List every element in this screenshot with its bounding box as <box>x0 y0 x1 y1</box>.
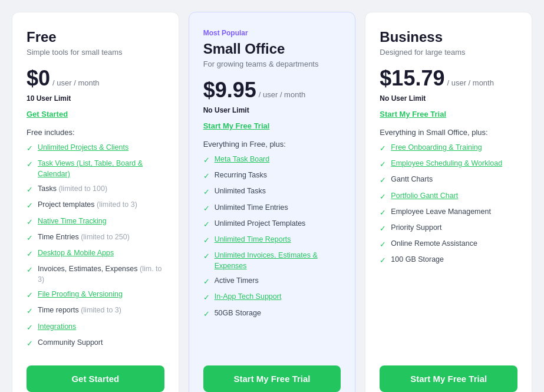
feature-list: ✓ Meta Task Board ✓ Recurring Tasks ✓ Un… <box>203 154 341 354</box>
feature-text: Task Views (List, Table, Board & Calenda… <box>38 159 164 179</box>
user-limit: No User Limit <box>380 94 517 103</box>
feature-item: ✓ Active Timers <box>203 276 341 287</box>
check-icon: ✓ <box>27 306 33 317</box>
check-icon: ✓ <box>380 223 386 234</box>
check-icon: ✓ <box>203 276 210 287</box>
feature-text: Meta Task Board <box>215 154 270 165</box>
feature-link-text[interactable]: Free Onboarding & Training <box>391 143 482 151</box>
check-icon: ✓ <box>27 338 33 349</box>
feature-item: ✓ Unlimited Project Templates <box>203 219 341 230</box>
feature-item: ✓ Desktop & Mobile Apps <box>27 248 164 259</box>
check-icon: ✓ <box>27 233 33 243</box>
check-icon: ✓ <box>27 249 33 259</box>
feature-link-text[interactable]: Unlimited Projects & Clients <box>38 143 128 151</box>
feature-item: ✓ Unlimited Time Entries <box>203 203 341 214</box>
check-icon: ✓ <box>27 185 33 195</box>
feature-item: ✓ Time reports (limited to 3) <box>27 305 164 317</box>
plan-cta-link[interactable]: Start My Free Trial <box>203 121 341 130</box>
check-icon: ✓ <box>27 217 33 228</box>
feature-item: ✓ In-App Tech Support <box>203 292 341 303</box>
feature-item: ✓ Time Entries (limited to 250) <box>27 232 164 243</box>
feature-item: ✓ Priority Support <box>380 223 517 234</box>
check-icon: ✓ <box>203 251 210 262</box>
check-icon: ✓ <box>27 159 33 170</box>
feature-item: ✓ Project templates (limited to 3) <box>27 200 164 211</box>
check-icon: ✓ <box>203 187 210 197</box>
check-icon: ✓ <box>203 171 210 182</box>
plan-price-row: $15.79 / user / month <box>380 66 517 91</box>
feature-text: Unlimited Invoices, Estimates & Expenses <box>215 251 341 271</box>
plan-card-business: BusinessDesigned for large teams $15.79 … <box>365 12 532 392</box>
feature-text: Unlimited Tasks <box>215 186 266 197</box>
feature-item: ✓ Recurring Tasks <box>203 170 341 182</box>
feature-item: ✓ Native Time Tracking <box>27 216 164 228</box>
pricing-container: FreeSimple tools for small teams $0 / us… <box>12 12 532 392</box>
user-limit: No User Limit <box>203 106 341 114</box>
feature-link-text[interactable]: Desktop & Mobile Apps <box>38 249 114 257</box>
plan-card-small-office: Most PopularSmall OfficeFor growing team… <box>189 12 356 392</box>
check-icon: ✓ <box>380 239 386 250</box>
feature-link-text[interactable]: File Proofing & Versioning <box>38 290 123 298</box>
feature-link-text[interactable]: Meta Task Board <box>215 155 270 163</box>
check-icon: ✓ <box>203 292 210 303</box>
cta-button[interactable]: Get Started <box>27 365 164 392</box>
feature-text: 100 GB Storage <box>391 255 444 265</box>
feature-text: Integrations <box>38 322 76 332</box>
feature-muted-text: (limited to 3) <box>95 200 137 209</box>
plan-tagline: For growing teams & departments <box>203 60 341 68</box>
feature-item: ✓ Portfolio Gantt Chart <box>380 191 517 202</box>
feature-link-text[interactable]: Unlimited Time Reports <box>215 235 291 243</box>
feature-item: ✓ Employee Scheduling & Workload <box>380 159 517 170</box>
feature-item: ✓ Community Support <box>27 338 164 349</box>
feature-text: Portfolio Gantt Chart <box>391 191 458 202</box>
feature-item: ✓ Unlimited Tasks <box>203 186 341 197</box>
feature-item: ✓ Invoices, Estimates, Expenses (lim. to… <box>27 264 164 285</box>
feature-link-text[interactable]: Integrations <box>38 322 76 331</box>
feature-item: ✓ Tasks (limited to 100) <box>27 184 164 195</box>
feature-text: Recurring Tasks <box>215 170 267 181</box>
feature-link-text[interactable]: Task Views (List, Table, Board & Calenda… <box>38 159 143 178</box>
check-icon: ✓ <box>380 175 386 186</box>
check-icon: ✓ <box>380 192 386 202</box>
feature-text: Online Remote Assistance <box>391 239 477 249</box>
feature-item: ✓ Employee Leave Management <box>380 207 517 218</box>
feature-text: 50GB Storage <box>215 308 261 319</box>
feature-item: ✓ Integrations <box>27 322 164 333</box>
feature-muted-text: (limited to 3) <box>79 306 121 314</box>
feature-item: ✓ Task Views (List, Table, Board & Calen… <box>27 159 164 179</box>
feature-text: Unlimited Project Templates <box>215 219 306 229</box>
feature-text: Employee Leave Management <box>391 207 491 218</box>
check-icon: ✓ <box>203 155 210 166</box>
plan-card-free: FreeSimple tools for small teams $0 / us… <box>12 12 179 392</box>
check-icon: ✓ <box>27 143 33 154</box>
plan-price-row: $0 / user / month <box>27 66 164 91</box>
feature-link-text[interactable]: Unlimited Invoices, Estimates & Expenses <box>215 251 318 270</box>
feature-link-text[interactable]: In-App Tech Support <box>215 292 282 301</box>
check-icon: ✓ <box>380 159 386 170</box>
feature-link-text[interactable]: Native Time Tracking <box>38 217 107 225</box>
check-icon: ✓ <box>27 265 33 275</box>
feature-item: ✓ Meta Task Board <box>203 154 341 166</box>
feature-item: ✓ Online Remote Assistance <box>380 239 517 250</box>
feature-text: Native Time Tracking <box>38 216 107 227</box>
cta-button[interactable]: Start My Free Trial <box>203 365 341 392</box>
plan-cta-link[interactable]: Start My Free Trial <box>380 110 517 118</box>
cta-button[interactable]: Start My Free Trial <box>380 365 517 392</box>
feature-item: ✓ Unlimited Projects & Clients <box>27 143 164 154</box>
plan-tagline: Simple tools for small teams <box>27 48 164 57</box>
feature-muted-text: (limited to 100) <box>57 185 107 193</box>
feature-link-text[interactable]: Portfolio Gantt Chart <box>391 192 458 200</box>
check-icon: ✓ <box>203 203 210 214</box>
plan-price-row: $9.95 / user / month <box>203 78 341 103</box>
check-icon: ✓ <box>380 143 386 154</box>
plan-tagline: Designed for large teams <box>380 48 517 57</box>
plan-cta-link[interactable]: Get Started <box>27 110 164 118</box>
feature-link-text[interactable]: Employee Scheduling & Workload <box>391 159 502 167</box>
feature-item: ✓ 100 GB Storage <box>380 255 517 266</box>
feature-text: Unlimited Time Entries <box>215 203 288 213</box>
feature-item: ✓ File Proofing & Versioning <box>27 289 164 301</box>
price-amount: $9.95 <box>203 78 256 103</box>
includes-label: Free includes: <box>27 128 164 137</box>
feature-text: Employee Scheduling & Workload <box>391 159 502 169</box>
price-period: / user / month <box>52 78 99 87</box>
